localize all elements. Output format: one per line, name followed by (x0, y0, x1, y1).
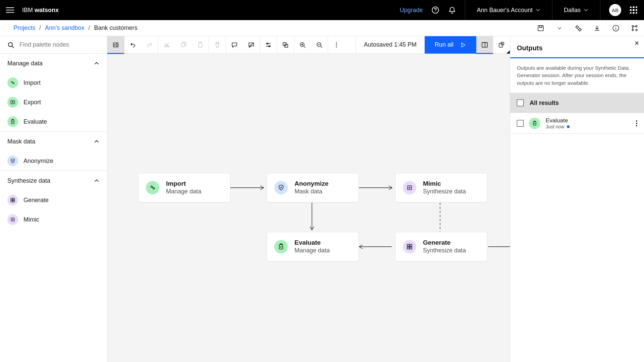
breadcrumb: Projects / Ann's sandbox / Bank customer… (13, 24, 138, 32)
node-subtitle: Mask data (294, 188, 328, 195)
breadcrumb-bar: Projects / Ann's sandbox / Bank customer… (0, 20, 644, 36)
node-evaluate[interactable]: Evaluate Manage data (267, 232, 359, 261)
account-switcher[interactable]: Ann Bauer's Account (474, 7, 543, 14)
generate-icon (7, 195, 18, 205)
overflow-menu-button[interactable] (328, 36, 345, 54)
breadcrumb-root[interactable]: Projects (13, 24, 35, 32)
copy-button[interactable] (175, 36, 192, 54)
palette-search-input[interactable] (19, 41, 100, 48)
node-anonymize[interactable]: Anonymize Mask data (267, 173, 359, 202)
outputs-panel: ✕ Outputs Outputs are available during y… (510, 36, 644, 362)
output-overflow-menu[interactable] (636, 120, 637, 126)
download-icon[interactable] (588, 20, 606, 36)
node-generate[interactable]: Generate Synthesize data (395, 232, 487, 261)
palette-item-label: Import (23, 79, 41, 86)
output-checkbox[interactable] (517, 120, 524, 127)
hamburger-menu[interactable] (6, 6, 14, 14)
mimic-icon (403, 181, 416, 194)
undo-button[interactable] (124, 36, 141, 54)
all-results-checkbox[interactable] (517, 100, 524, 106)
output-title: Evaluate (546, 117, 631, 124)
node-title: Mimic (423, 180, 466, 188)
topbar: IBM watsonx Upgrade Ann Bauer's Account … (0, 0, 644, 20)
region-switcher[interactable]: Dallas (561, 7, 591, 14)
help-icon[interactable] (431, 6, 439, 14)
chevron-down-icon (535, 7, 541, 13)
generate-icon (403, 240, 416, 253)
palette-item-generate[interactable]: Generate (0, 190, 107, 210)
palette-item-label: Export (23, 99, 41, 106)
autosave-status: Autosaved 1:45 PM (356, 41, 425, 48)
delete-button[interactable] (209, 36, 226, 54)
node-subtitle: Synthesize data (423, 188, 466, 195)
palette-section-manage-data[interactable]: Manage data (0, 54, 107, 73)
palette-search (0, 36, 107, 54)
popout-button[interactable] (493, 36, 510, 54)
palette-item-anonymize[interactable]: Anonymize (0, 151, 107, 171)
outputs-description: Outputs are available during your Synthe… (510, 58, 644, 93)
app-switcher-icon[interactable] (630, 6, 637, 14)
palette-item-label: Generate (23, 197, 49, 204)
brand-prefix: IBM (22, 7, 35, 13)
paste-button[interactable] (192, 36, 209, 54)
node-title: Evaluate (294, 239, 330, 247)
upgrade-link[interactable]: Upgrade (399, 7, 423, 14)
breadcrumb-parent[interactable]: Ann's sandbox (45, 24, 85, 32)
palette-item-import[interactable]: Import (0, 73, 107, 93)
outputs-panel-toggle[interactable] (476, 36, 493, 54)
output-item[interactable]: Evaluate Just now (510, 113, 644, 134)
all-results-label: All results (530, 100, 559, 107)
output-time: Just now (546, 124, 564, 129)
close-icon[interactable]: ✕ (634, 40, 639, 47)
configure-button[interactable] (260, 36, 277, 54)
avatar[interactable]: AB (609, 4, 621, 16)
anonymize-icon (274, 181, 288, 194)
import-icon (146, 181, 159, 194)
remove-comment-button[interactable] (243, 36, 260, 54)
palette-item-label: Anonymize (23, 158, 53, 165)
edges (107, 54, 510, 362)
run-all-label: Run all (435, 41, 453, 48)
section-title: Manage data (7, 60, 43, 67)
add-comment-button[interactable] (226, 36, 243, 54)
node-subtitle: Manage data (294, 247, 330, 254)
palette-item-evaluate[interactable]: Evaluate (0, 112, 107, 131)
chevron-up-icon (94, 138, 100, 144)
toolbar: Autosaved 1:45 PM Run all (107, 36, 510, 54)
status-dot-icon (567, 125, 570, 128)
node-title: Import (166, 180, 201, 188)
zoom-in-button[interactable] (294, 36, 311, 54)
node-mimic[interactable]: Mimic Synthesize data (395, 173, 487, 202)
save-menu-chevron[interactable] (550, 20, 569, 36)
info-icon[interactable] (606, 20, 625, 36)
palette-item-mimic[interactable]: Mimic (0, 210, 107, 229)
outputs-heading: Outputs (510, 36, 644, 58)
section-title: Synthesize data (7, 177, 50, 184)
evaluate-icon (529, 118, 540, 129)
canvas-area: Autosaved 1:45 PM Run all (107, 36, 510, 362)
notifications-icon[interactable] (448, 6, 456, 14)
palette-item-export[interactable]: Export (0, 93, 107, 112)
node-import[interactable]: Import Manage data (138, 173, 230, 202)
evaluate-icon (7, 116, 18, 127)
save-button[interactable] (531, 20, 550, 36)
redo-button[interactable] (141, 36, 158, 54)
palette: Manage data Import Export Evaluate Mask … (0, 36, 107, 362)
mimic-icon (7, 214, 18, 225)
account-name: Ann Bauer's Account (477, 7, 533, 14)
zoom-out-button[interactable] (311, 36, 328, 54)
node-title: Anonymize (294, 180, 328, 188)
run-all-button[interactable]: Run all (425, 36, 476, 54)
arrange-button[interactable] (277, 36, 294, 54)
toggle-palette-button[interactable] (107, 36, 124, 54)
palette-section-synthesize-data[interactable]: Synthesize data (0, 171, 107, 190)
breadcrumb-sep: / (39, 24, 41, 32)
palette-section-mask-data[interactable]: Mask data (0, 132, 107, 151)
canvas[interactable]: Import Manage data Anonymize Mask data M… (107, 54, 510, 362)
palette-item-label: Evaluate (23, 118, 47, 125)
evaluate-icon (274, 240, 288, 253)
flow-view-icon[interactable] (625, 20, 644, 36)
settings-icon[interactable] (569, 20, 588, 36)
cut-button[interactable] (158, 36, 175, 54)
palette-item-label: Mimic (23, 216, 39, 223)
